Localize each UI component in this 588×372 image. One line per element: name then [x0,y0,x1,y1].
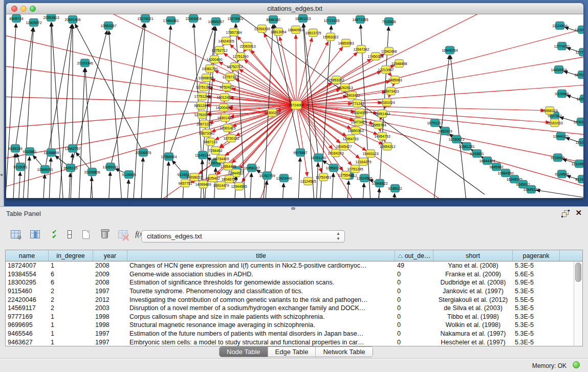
graph-node[interactable]: 10998091 [198,74,214,82]
graph-node[interactable]: 16781150 [311,154,326,162]
panel-divider-handle[interactable] [291,207,295,210]
graph-node[interactable]: 15953322 [322,33,338,41]
graph-node[interactable]: 12405572 [26,19,41,27]
row-height-button[interactable] [61,226,78,243]
graph-node[interactable]: 12161024 [379,99,395,106]
graph-node[interactable]: 12947342 [353,46,369,53]
graph-node[interactable]: 16648784 [442,47,458,54]
table-row[interactable]: 1456911722003Disruption of a novel membe… [6,304,582,313]
table-row[interactable]: 1830029562008Estimation of significance … [6,278,582,287]
graph-node[interactable]: 9457751 [178,180,192,187]
graph-node[interactable]: 12923446 [276,174,292,182]
graph-node[interactable]: 9845962 [489,163,503,171]
table-row[interactable]: 977716911998Corpus callosum shape and si… [6,313,582,321]
graph-node[interactable]: 17450334 [367,53,383,60]
panel-collapse-arrow-icon[interactable]: ◂ [0,172,3,177]
vertical-scrollbar[interactable] [574,261,582,346]
graph-node[interactable]: 14853083 [338,39,354,47]
graph-node[interactable]: 8466160 [266,16,280,24]
graph-node[interactable]: 9467133 [203,138,217,146]
table-row[interactable]: 1938455462009Genome-wide association stu… [6,270,582,279]
graph-node[interactable]: 20206806 [84,168,100,176]
graph-node[interactable]: 16640910 [288,26,303,34]
graph-node[interactable]: 15958745 [576,95,583,103]
table-source-dropdown[interactable]: citations_edges.txt ▲▼ [141,230,345,243]
graph-node[interactable]: 9339159 [8,145,22,152]
graph-node[interactable]: 16262513 [337,84,353,92]
graph-node[interactable]: 11542498 [381,48,397,55]
graph-node[interactable]: 7515526 [382,18,396,26]
graph-node[interactable]: 12774235 [575,49,583,56]
graph-node[interactable]: 10553287 [100,22,116,30]
graph-node[interactable]: 12954733 [342,135,358,143]
show-columns-button[interactable] [27,226,43,243]
graph-node[interactable]: 10473423 [351,118,366,126]
select-all-columns-button[interactable]: ✔✔ [46,226,62,243]
table-row[interactable]: 1872400712008Changes of HCN gene express… [6,261,582,270]
graph-node[interactable]: 7625402 [206,174,220,182]
graph-node[interactable]: 7485063 [388,76,402,84]
graph-node[interactable]: 12213967 [378,66,394,74]
graph-node[interactable]: 16752712 [227,63,243,71]
graph-node[interactable]: 8124502 [575,176,583,183]
graph-node[interactable]: 13124505 [300,178,316,185]
graph-node[interactable]: 20206576 [135,149,151,157]
table-row[interactable]: 2242004622012Investigating the contribut… [6,295,582,304]
graph-node[interactable]: 11154907 [575,26,583,34]
scrollbar-thumb[interactable] [575,262,581,282]
graph-node[interactable]: 9124505 [122,171,136,179]
graph-node[interactable]: 13942757 [64,145,80,152]
collapsed-panel-strip[interactable]: ◂ [0,0,4,206]
graph-node[interactable]: 16961103 [295,15,311,23]
graph-node[interactable]: 12444121 [553,133,569,140]
delete-attribute-button[interactable] [96,226,113,243]
graph-node[interactable]: 20153346 [77,59,93,67]
column-header-4[interactable]: out_de… [395,250,433,261]
table-row[interactable]: 946362711997Embryonic stem cells: a mode… [6,338,582,346]
graph-node[interactable]: 15493123 [362,150,378,158]
graph-node[interactable]: 8405724 [9,15,23,23]
tab-edge-table[interactable]: Edge Table [268,347,316,357]
graph-node[interactable]: 13059241 [102,163,118,171]
network-window-titlebar[interactable]: citations_edges.txt [6,3,583,14]
graph-node[interactable]: 10081790 [202,65,217,73]
graph-node[interactable]: 15276021 [137,15,153,23]
graph-node[interactable]: 18673342 [199,129,214,137]
graph-node[interactable]: 17751245 [194,93,210,100]
table-row[interactable]: 946554611997Estimation of the future num… [6,330,582,338]
close-panel-icon[interactable]: ✕ [575,209,582,217]
graph-node[interactable]: 12774231 [554,42,570,50]
graph-node[interactable]: 10946822 [372,180,387,187]
graph-node[interactable]: 22063904 [185,15,201,23]
graph-node[interactable]: 20691406 [64,16,80,24]
graph-node[interactable]: 10581281 [459,143,474,150]
float-panel-icon[interactable] [562,210,570,217]
tab-node-table[interactable]: Node Table [220,347,268,357]
column-header-0[interactable]: name [6,250,49,261]
graph-node[interactable]: 11752451 [316,173,332,181]
graph-node[interactable]: 10655257 [208,18,224,26]
graph-node[interactable]: 12161033 [547,119,562,127]
column-header-3[interactable]: title [127,250,395,261]
graph-node[interactable]: 16951442 [374,110,390,118]
graph-node[interactable]: 12903422 [344,92,360,99]
graph-node[interactable]: 17857384 [226,29,242,36]
column-header-2[interactable]: year [93,250,127,261]
tab-network-table[interactable]: Network Table [316,347,372,357]
graph-node[interactable]: 22063913 [239,42,255,50]
graph-node[interactable]: 17464361 [163,17,179,25]
graph-node[interactable]: 9333881 [23,148,36,156]
graph-node[interactable]: 9505135 [63,164,77,172]
graph-node[interactable]: 10719155 [323,17,339,25]
graph-node[interactable]: 14671355 [352,16,368,24]
graph-node[interactable]: 14954733 [374,133,390,140]
graph-node[interactable]: 12103548 [575,139,583,146]
graph-node[interactable]: 11124906 [552,22,568,30]
graph-node[interactable]: 12164275 [355,158,371,166]
table-options-button[interactable]: ⚙ [7,226,24,243]
table-row[interactable]: 969969511998Structural magnetic resonanc… [6,321,582,330]
graph-node[interactable]: 15276602 [227,15,243,23]
graph-node[interactable]: 9851245 [194,102,208,110]
graph-node[interactable]: 14200490 [206,56,222,63]
column-header-5[interactable]: short [433,250,513,261]
